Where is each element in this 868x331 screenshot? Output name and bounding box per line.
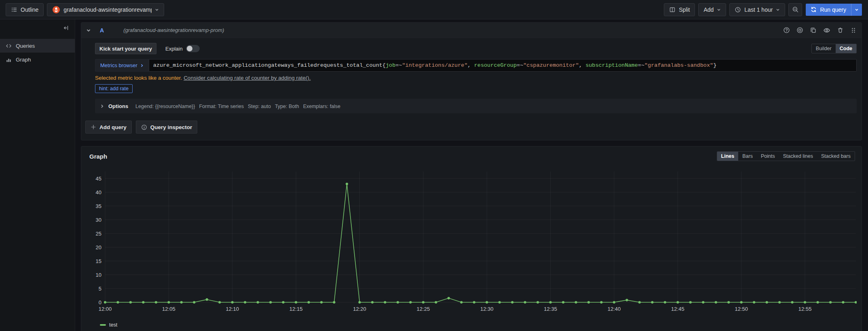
series-point[interactable] [511, 301, 513, 303]
series-point[interactable] [320, 301, 323, 303]
series-point[interactable] [804, 301, 806, 303]
series-point[interactable] [333, 301, 335, 303]
zoom-out-time-button[interactable] [788, 3, 802, 16]
collapse-query-chevron-icon[interactable] [86, 28, 91, 33]
series-point[interactable] [536, 301, 539, 303]
add-query-button[interactable]: Add query [85, 121, 132, 134]
series-point[interactable] [740, 301, 743, 303]
graph-style-stacked-bars[interactable]: Stacked bars [817, 152, 855, 161]
series-point[interactable] [308, 301, 310, 303]
series-point[interactable] [422, 301, 424, 303]
series-point[interactable] [689, 301, 692, 303]
warning-link[interactable]: Consider calculating rate of counter by … [184, 75, 310, 81]
series-point[interactable] [346, 183, 348, 185]
query-mode-code[interactable]: Code [836, 44, 856, 53]
collapse-sidebar-button[interactable] [61, 23, 72, 33]
series-point[interactable] [829, 301, 832, 303]
series-point[interactable] [142, 301, 144, 303]
series-point[interactable] [651, 301, 653, 303]
series-point[interactable] [269, 301, 272, 303]
sidebar-item-graph[interactable]: Graph [0, 53, 75, 66]
kick-start-query-button[interactable]: Kick start your query [95, 43, 156, 54]
hint-add-rate-button[interactable]: hint: add rate [95, 84, 133, 93]
add-button[interactable]: Add [698, 3, 726, 16]
series-point[interactable] [435, 301, 437, 303]
series-point[interactable] [282, 301, 285, 303]
options-collapse-row[interactable]: Options Legend: {{resourceName}}Format: … [95, 99, 857, 113]
time-series-chart[interactable]: 05101520253035404512:0012:0512:1012:1512… [86, 163, 857, 321]
series-point[interactable] [753, 301, 755, 303]
series-point[interactable] [575, 301, 577, 303]
series-point[interactable] [193, 301, 195, 303]
series-point[interactable] [498, 301, 501, 303]
series-point[interactable] [625, 299, 628, 301]
legend-series-label[interactable]: test [109, 322, 117, 328]
series-point[interactable] [486, 301, 488, 303]
graph-style-points[interactable]: Points [757, 152, 779, 161]
series-point[interactable] [549, 301, 552, 303]
graph-style-stacked-lines[interactable]: Stacked lines [779, 152, 817, 161]
series-point[interactable] [715, 301, 717, 303]
query-ref-id[interactable]: A [100, 27, 104, 34]
series-point[interactable] [817, 301, 819, 303]
series-point[interactable] [155, 301, 157, 303]
series-point[interactable] [676, 301, 679, 303]
run-query-caret[interactable] [851, 4, 862, 16]
series-point[interactable] [727, 301, 730, 303]
series-point[interactable] [206, 298, 208, 301]
series-point[interactable] [295, 301, 297, 303]
query-help-button[interactable] [783, 27, 790, 34]
series-point[interactable] [855, 301, 857, 303]
series-point[interactable] [371, 301, 374, 303]
query-row-header[interactable]: A (grafanacloud-awsintegrationrevamp-pro… [81, 23, 862, 38]
query-disable-button[interactable] [796, 27, 803, 34]
series-point[interactable] [791, 301, 794, 303]
series-point[interactable] [638, 301, 641, 303]
outline-button[interactable]: Outline [6, 3, 44, 16]
series-point[interactable] [702, 301, 704, 303]
query-inspector-button[interactable]: Query inspector [136, 121, 198, 134]
series-point[interactable] [180, 301, 183, 303]
series-point[interactable] [600, 301, 602, 303]
series-point[interactable] [104, 301, 106, 303]
x-axis-tick-label: 12:30 [480, 306, 494, 312]
graph-style-bars[interactable]: Bars [738, 152, 757, 161]
query-mode-builder[interactable]: Builder [812, 44, 836, 53]
series-point[interactable] [460, 301, 463, 303]
metrics-browser-button[interactable]: Metrics browser [95, 59, 149, 72]
query-hide-response-button[interactable] [823, 27, 830, 34]
explain-toggle[interactable] [186, 45, 200, 52]
series-point[interactable] [778, 301, 781, 303]
series-point[interactable] [524, 301, 526, 303]
sidebar-item-queries[interactable]: Queries [0, 39, 75, 53]
series-point[interactable] [613, 301, 615, 303]
series-point[interactable] [129, 301, 132, 303]
split-button[interactable]: Split [664, 3, 695, 16]
series-point[interactable] [664, 301, 666, 303]
time-range-picker[interactable]: Last 1 hour [729, 3, 785, 16]
series-point[interactable] [562, 301, 564, 303]
series-point[interactable] [218, 301, 221, 303]
query-duplicate-button[interactable] [810, 27, 817, 34]
series-point[interactable] [473, 301, 475, 303]
datasource-picker[interactable]: grafanacloud-awsintegrationrevamp-prom [47, 3, 164, 16]
series-point[interactable] [384, 301, 386, 303]
series-point[interactable] [448, 297, 450, 299]
series-point[interactable] [116, 301, 119, 303]
promql-query-input[interactable]: azure_microsoft_network_applicationgatew… [149, 59, 857, 72]
series-point[interactable] [358, 301, 361, 303]
series-point[interactable] [397, 301, 399, 303]
series-point[interactable] [587, 301, 590, 303]
query-remove-button[interactable] [837, 27, 844, 34]
series-point[interactable] [409, 301, 412, 303]
series-point[interactable] [766, 301, 768, 303]
graph-style-lines[interactable]: Lines [717, 152, 739, 161]
series-point[interactable] [842, 301, 844, 303]
series-point[interactable] [257, 301, 259, 303]
outline-icon [11, 6, 17, 13]
query-drag-handle[interactable] [850, 27, 857, 34]
series-point[interactable] [167, 301, 170, 303]
series-point[interactable] [244, 301, 246, 303]
run-query-button[interactable]: Run query [805, 3, 862, 16]
series-point[interactable] [231, 301, 234, 303]
